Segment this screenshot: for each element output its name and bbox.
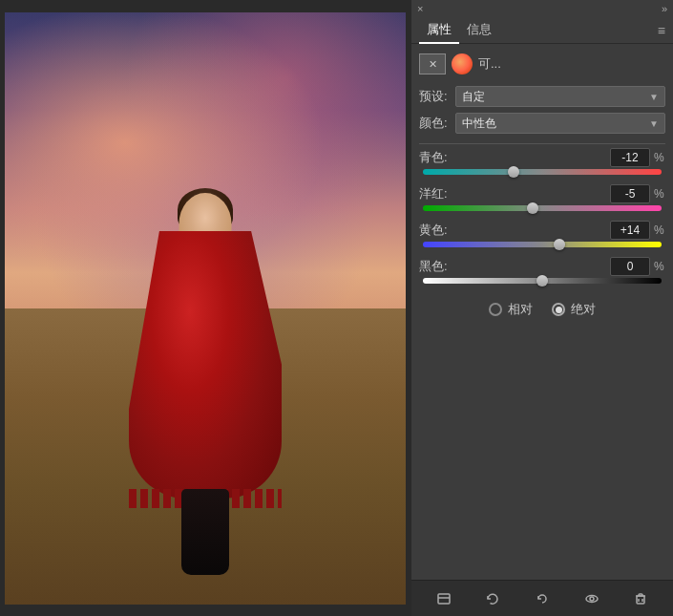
tab-properties[interactable]: 属性 bbox=[419, 17, 459, 44]
black-slider-section: 黑色: 0 % bbox=[419, 257, 665, 286]
magenta-slider-thumb[interactable] bbox=[527, 202, 538, 214]
preset-label: 预设: bbox=[419, 88, 455, 105]
radio-relative-circle bbox=[489, 303, 502, 316]
magenta-label: 洋红: bbox=[419, 185, 455, 202]
black-value-input[interactable]: 0 bbox=[610, 257, 650, 276]
preset-select[interactable]: 自定 ▼ bbox=[455, 86, 665, 107]
cyan-slider-top: 青色: -12 % bbox=[419, 148, 665, 167]
preset-row: 预设: 自定 ▼ bbox=[419, 86, 665, 107]
photo-canvas bbox=[5, 12, 406, 605]
panel-content: ✕ 可... 预设: 自定 ▼ 颜色: 中性色 ▼ 青色: bbox=[411, 44, 673, 580]
preset-arrow-icon: ▼ bbox=[649, 92, 659, 102]
history-icon[interactable] bbox=[482, 588, 503, 609]
black-track-container bbox=[419, 278, 665, 284]
adjustment-icon-row: ✕ 可... bbox=[419, 52, 665, 76]
panel-bottom-toolbar bbox=[411, 580, 673, 616]
photo-area bbox=[0, 0, 410, 616]
black-percent: % bbox=[654, 260, 665, 273]
svg-point-3 bbox=[590, 597, 594, 601]
magenta-track-container bbox=[419, 205, 665, 211]
cyan-label: 青色: bbox=[419, 149, 455, 166]
cyan-percent: % bbox=[654, 151, 665, 164]
figure-legs bbox=[181, 489, 229, 575]
color-value: 中性色 bbox=[462, 116, 496, 132]
undo-icon[interactable] bbox=[532, 588, 553, 609]
yellow-value-input[interactable]: +14 bbox=[610, 221, 650, 240]
black-slider-track[interactable] bbox=[423, 278, 662, 284]
black-slider-top: 黑色: 0 % bbox=[419, 257, 665, 276]
magenta-slider-section: 洋红: -5 % bbox=[419, 184, 665, 213]
yellow-track-container bbox=[419, 242, 665, 247]
visibility-icon[interactable] bbox=[581, 588, 602, 609]
magenta-slider-track[interactable] bbox=[423, 205, 662, 211]
photo-figure bbox=[110, 193, 301, 575]
mask-x-icon: ✕ bbox=[429, 58, 437, 71]
magenta-slider-top: 洋红: -5 % bbox=[419, 184, 665, 203]
layer-icon[interactable] bbox=[433, 588, 454, 609]
yellow-percent: % bbox=[654, 223, 665, 237]
cyan-track-container bbox=[419, 169, 665, 175]
cyan-slider-section: 青色: -12 % bbox=[419, 148, 665, 177]
radio-absolute[interactable]: 绝对 bbox=[552, 301, 596, 318]
radio-relative-label: 相对 bbox=[508, 301, 533, 318]
magenta-percent: % bbox=[654, 187, 665, 201]
tabs-row: 属性 信息 ≡ bbox=[411, 17, 673, 44]
adjustment-label: 可... bbox=[478, 55, 501, 73]
cyan-value: -12 bbox=[621, 151, 638, 164]
magenta-value: -5 bbox=[625, 187, 636, 201]
color-label: 颜色: bbox=[419, 115, 455, 132]
svg-rect-0 bbox=[438, 594, 450, 604]
radio-relative[interactable]: 相对 bbox=[489, 301, 533, 318]
radio-absolute-label: 绝对 bbox=[571, 301, 596, 318]
color-arrow-icon: ▼ bbox=[649, 118, 659, 129]
color-select[interactable]: 中性色 ▼ bbox=[455, 113, 665, 134]
cyan-slider-track[interactable] bbox=[423, 169, 662, 175]
adjustment-mask-icon[interactable]: ✕ bbox=[419, 53, 446, 74]
divider-1 bbox=[419, 143, 665, 144]
black-value: 0 bbox=[627, 260, 634, 273]
color-row: 颜色: 中性色 ▼ bbox=[419, 113, 665, 134]
cyan-value-input[interactable]: -12 bbox=[610, 148, 650, 167]
adjustment-circle-icon[interactable] bbox=[452, 53, 473, 74]
radio-row: 相对 绝对 bbox=[419, 301, 665, 318]
cyan-slider-thumb[interactable] bbox=[508, 166, 519, 178]
preset-value: 自定 bbox=[462, 89, 485, 105]
radio-absolute-circle bbox=[552, 303, 565, 316]
yellow-value: +14 bbox=[620, 223, 640, 237]
right-panel: × » 属性 信息 ≡ ✕ 可... 预设: 自定 ▼ 颜色: bbox=[410, 0, 673, 616]
yellow-label: 黄色: bbox=[419, 222, 455, 239]
figure-cape bbox=[129, 231, 282, 499]
black-label: 黑色: bbox=[419, 258, 455, 275]
yellow-slider-thumb[interactable] bbox=[554, 239, 565, 250]
svg-rect-4 bbox=[637, 596, 644, 604]
panel-topbar: × » bbox=[411, 0, 673, 17]
panel-menu-icon[interactable]: ≡ bbox=[658, 23, 665, 38]
tab-info[interactable]: 信息 bbox=[459, 17, 499, 44]
trash-icon[interactable] bbox=[630, 588, 651, 609]
magenta-value-input[interactable]: -5 bbox=[610, 184, 650, 203]
panel-collapse-button[interactable]: » bbox=[662, 3, 667, 14]
yellow-slider-track[interactable] bbox=[423, 242, 662, 247]
yellow-slider-top: 黄色: +14 % bbox=[419, 221, 665, 240]
yellow-slider-section: 黄色: +14 % bbox=[419, 221, 665, 249]
panel-close-button[interactable]: × bbox=[417, 3, 423, 14]
black-slider-thumb[interactable] bbox=[536, 275, 548, 287]
